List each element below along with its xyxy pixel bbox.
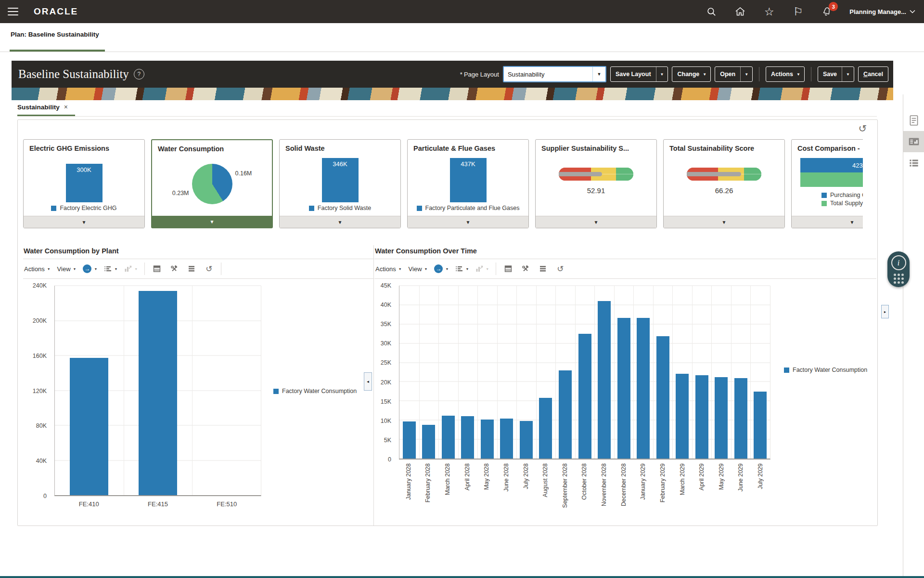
- bar-june-2028[interactable]: [500, 419, 513, 459]
- freeze-icon[interactable]: [152, 265, 162, 273]
- kpi-bar-value: 437K: [450, 160, 487, 168]
- drill-menu[interactable]: →▼: [434, 264, 449, 273]
- tab-sustainability[interactable]: Sustainability×: [17, 103, 68, 111]
- plan-tab[interactable]: Plan: Baseline Sustainability: [11, 31, 99, 38]
- user-menu[interactable]: Planning Manage...: [849, 8, 915, 15]
- refresh-icon[interactable]: ↺: [858, 123, 867, 134]
- cancel-button[interactable]: Cancel: [858, 66, 888, 82]
- x-label-slot: June 2028: [497, 460, 516, 523]
- collapsed-panel-expander[interactable]: ▸: [881, 305, 889, 318]
- close-tab-icon[interactable]: ×: [64, 103, 68, 111]
- kpi-card-title: Water Consumption: [152, 140, 272, 153]
- gauge[interactable]: [559, 168, 633, 181]
- kpi-expand-button[interactable]: ▼: [664, 216, 784, 228]
- bar-january-2029[interactable]: [637, 318, 650, 459]
- bar-august-2028[interactable]: [539, 398, 552, 459]
- info-icon[interactable]: i: [891, 255, 906, 270]
- y-tick-label: 5K: [384, 437, 391, 444]
- view-menu[interactable]: View▼: [409, 265, 428, 273]
- bar-fe-410[interactable]: [70, 358, 108, 495]
- info-launcher-pill[interactable]: i: [887, 251, 910, 287]
- tools-icon[interactable]: [520, 265, 531, 273]
- dropdown-caret-icon[interactable]: ▼: [592, 67, 605, 81]
- kpi-card-1[interactable]: Electric GHG Emissions300KFactory Electr…: [23, 139, 145, 228]
- actions-menu[interactable]: Actions▼: [24, 265, 51, 273]
- bar-fe-415[interactable]: [139, 291, 177, 495]
- bar-june-2029[interactable]: [734, 378, 747, 459]
- table-view-icon[interactable]: [186, 265, 197, 273]
- search-icon[interactable]: [705, 5, 718, 18]
- bar-april-2028[interactable]: [461, 416, 474, 459]
- bar-slot: [731, 286, 751, 459]
- grid-dots-icon[interactable]: [894, 274, 904, 284]
- kpi-card-4[interactable]: Particulate & Flue Gases437KFactory Part…: [407, 139, 529, 228]
- kpi-expand-button[interactable]: ▼: [24, 216, 144, 228]
- bar-october-2028[interactable]: [578, 334, 591, 459]
- save-button[interactable]: Save▼: [818, 66, 854, 82]
- kpi-bar[interactable]: 437K: [450, 158, 487, 202]
- bar-march-2028[interactable]: [442, 416, 455, 459]
- save-layout-dropdown-icon[interactable]: ▼: [656, 67, 668, 81]
- bar-may-2028[interactable]: [481, 420, 494, 459]
- change-button[interactable]: Change▼: [672, 66, 711, 82]
- bar-february-2028[interactable]: [422, 425, 435, 459]
- kpi-card-7[interactable]: Cost Comparison - 423Purchasing CosTotal…: [791, 139, 863, 228]
- kpi-card-5[interactable]: Supplier Sustainability S...52.91▼: [535, 139, 657, 228]
- bar-january-2028[interactable]: [403, 421, 416, 459]
- watchlist-flag-icon[interactable]: ⚐: [792, 5, 804, 18]
- bar-april-2029[interactable]: [695, 375, 708, 459]
- table-view-icon[interactable]: [538, 265, 548, 273]
- refresh-icon[interactable]: ↺: [555, 264, 565, 274]
- kpi-expand-button[interactable]: ▼: [792, 216, 863, 228]
- chart-section-by-plant: Water Consumption by Plant Actions▼ View…: [23, 245, 374, 525]
- view-menu[interactable]: View▼: [57, 265, 77, 273]
- bar-july-2028[interactable]: [520, 421, 533, 459]
- cost-bar[interactable]: [800, 172, 863, 187]
- kpi-expand-button[interactable]: ▼: [152, 216, 272, 227]
- chart-format-menu[interactable]: ▼: [104, 265, 117, 273]
- kpi-card-6[interactable]: Total Sustainability Score66.26▼: [663, 139, 785, 228]
- gauge[interactable]: [687, 168, 761, 181]
- bar-march-2029[interactable]: [676, 374, 689, 459]
- bar-may-2029[interactable]: [715, 377, 728, 459]
- panel-splitter-handle[interactable]: ◂: [364, 372, 372, 391]
- document-view-icon[interactable]: [903, 110, 924, 131]
- list-view-icon[interactable]: [903, 152, 924, 173]
- infolet-view-icon[interactable]: [903, 131, 924, 152]
- kpi-bar[interactable]: 346K: [322, 158, 359, 202]
- x-label-slot: August 2028: [536, 460, 555, 523]
- bar-november-2028[interactable]: [598, 301, 611, 459]
- kpi-expand-button[interactable]: ▼: [536, 216, 656, 228]
- save-dropdown-icon[interactable]: ▼: [842, 67, 854, 81]
- save-layout-button[interactable]: Save Layout▼: [610, 66, 668, 82]
- pie[interactable]: [192, 164, 232, 204]
- kpi-card-2[interactable]: Water Consumption0.16M0.23M▼: [151, 139, 273, 228]
- page-layout-select[interactable]: Sustainability ▼: [503, 66, 606, 82]
- kpi-bar[interactable]: 300K: [66, 164, 103, 202]
- freeze-icon[interactable]: [503, 265, 513, 273]
- drill-menu[interactable]: →▼: [83, 264, 97, 273]
- kpi-expand-button[interactable]: ▼: [280, 216, 400, 228]
- bar-july-2029[interactable]: [754, 392, 767, 459]
- refresh-icon[interactable]: ↺: [204, 264, 214, 274]
- kpi-chart: 66.26: [664, 155, 784, 216]
- favorites-star-icon[interactable]: ☆: [763, 5, 775, 18]
- tools-icon[interactable]: [169, 265, 180, 273]
- actions-menu[interactable]: Actions▼: [375, 265, 402, 273]
- actions-button[interactable]: Actions▼: [766, 66, 805, 82]
- x-axis-label: FE:415: [148, 497, 168, 508]
- bar-slot: [124, 286, 192, 495]
- cost-bar[interactable]: 423: [800, 158, 863, 172]
- kpi-card-3[interactable]: Solid Waste346KFactory Solid Waste▼: [279, 139, 401, 228]
- bar-february-2029[interactable]: [656, 336, 669, 459]
- help-icon[interactable]: ?: [134, 69, 144, 79]
- bar-december-2028[interactable]: [617, 318, 630, 459]
- navigation-menu-icon[interactable]: [8, 8, 18, 15]
- notifications-bell-icon[interactable]: 3: [821, 5, 833, 18]
- open-button[interactable]: Open▼: [715, 66, 753, 82]
- bar-september-2028[interactable]: [559, 370, 572, 459]
- open-dropdown-icon[interactable]: ▼: [740, 67, 752, 81]
- home-icon[interactable]: [734, 5, 746, 18]
- chart-format-menu[interactable]: ▼: [455, 265, 469, 273]
- kpi-expand-button[interactable]: ▼: [408, 216, 528, 228]
